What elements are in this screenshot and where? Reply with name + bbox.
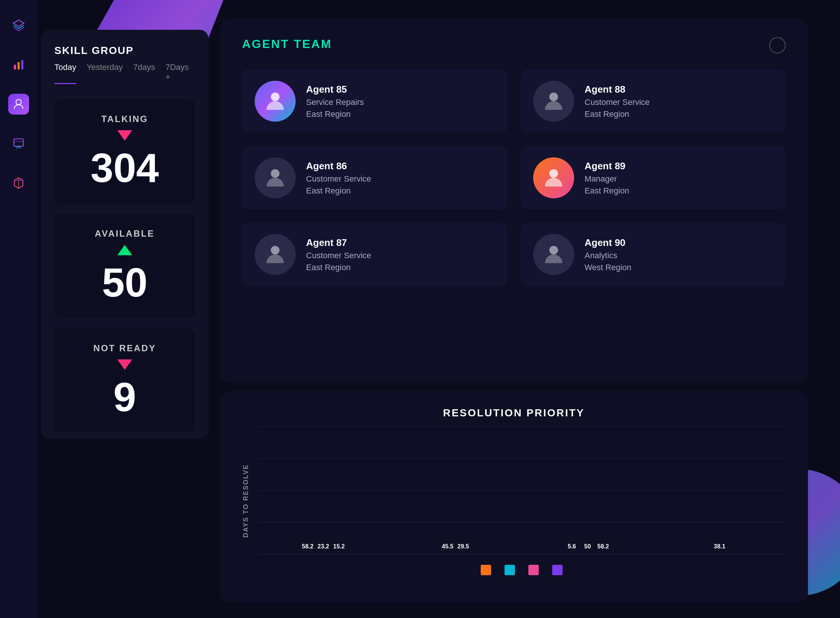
svg-point-10 [271,169,279,178]
legend-cyan [505,565,515,575]
agent-panel-options-button[interactable] [769,37,786,53]
agent-90-avatar [533,234,574,275]
chart-gridlines [257,426,786,554]
available-value: 50 [68,262,182,303]
bar-g3-pink-label: 50 [584,543,591,550]
agent-88-role: Customer Service [585,98,650,107]
agent-86-region: East Region [306,186,371,196]
agents-grid: Agent 85 Service Repairs East Region Age… [242,70,786,286]
bar-g1-orange-label: 15.2 [333,543,345,550]
agent-88-region: East Region [585,109,650,119]
talking-card: TALKING 304 [54,99,195,203]
talking-label: TALKING [68,114,182,124]
resolution-priority-panel: RESOLUTION PRIORITY DAYS TO RESOLVE 58.2 [220,391,808,603]
legend-pink-color [528,565,539,575]
talking-arrow-down [117,130,132,141]
chart-inner: 58.2 23.2 15.2 45.5 29.5 [257,426,786,575]
bar-g2-cyan-label: 29.5 [457,543,469,550]
agent-85-info: Agent 85 Service Repairs East Region [306,84,364,119]
agent-89-info: Agent 89 Manager East Region [585,160,629,196]
agent-87-name: Agent 87 [306,237,371,248]
legend-cyan-color [505,565,515,575]
sidebar-item-bookmark[interactable] [8,133,29,154]
skill-tabs: Today Yesterday 7days 7Days + [54,62,195,84]
agent-85-role: Service Repairs [306,98,364,107]
svg-rect-2 [18,62,20,70]
svg-point-11 [549,169,558,178]
agent-87-avatar [255,234,296,275]
agent-90-role: Analytics [585,251,631,260]
agent-85-name: Agent 85 [306,84,364,95]
agent-85-avatar [255,81,296,122]
not-ready-label: NOT READY [68,343,182,354]
y-axis-label: DAYS TO RESOLVE [242,426,250,575]
svg-rect-5 [14,139,24,146]
agent-90-region: West Region [585,263,631,272]
svg-point-4 [16,100,21,104]
agent-card-90[interactable]: Agent 90 Analytics West Region [521,223,786,286]
agent-87-region: East Region [306,263,371,272]
svg-point-13 [549,246,558,254]
not-ready-value: 9 [68,377,182,417]
tab-yesterday[interactable]: Yesterday [87,62,123,84]
bar-g1-cyan-label: 23.2 [317,543,329,550]
not-ready-arrow-down [117,360,132,370]
agent-86-avatar [255,157,296,198]
agent-86-info: Agent 86 Customer Service East Region [306,160,371,196]
agent-card-85[interactable]: Agent 85 Service Repairs East Region [242,70,507,133]
gridline-1 [257,426,786,427]
sidebar-item-cube[interactable] [8,172,29,193]
tab-7days[interactable]: 7days [133,62,155,84]
sidebar-item-chart[interactable] [8,54,29,75]
svg-point-9 [549,93,558,101]
legend-orange [481,565,491,575]
chart-bars-area: 58.2 23.2 15.2 45.5 29.5 [257,426,786,558]
agent-88-avatar [533,81,574,122]
chart-legend [257,565,786,575]
skill-group-panel: SKILL GROUP Today Yesterday 7days 7Days … [41,30,209,439]
agent-89-role: Manager [585,174,629,184]
agent-86-role: Customer Service [306,174,371,184]
agent-card-87[interactable]: Agent 87 Customer Service East Region [242,223,507,286]
agent-86-name: Agent 86 [306,160,371,172]
tab-today[interactable]: Today [54,62,76,84]
agent-87-role: Customer Service [306,251,371,260]
tab-7days-plus[interactable]: 7Days + [165,62,195,84]
sidebar-item-layers[interactable] [8,15,29,36]
sidebar [0,0,37,618]
bar-g3-cyan-label: 5.6 [568,543,576,550]
agent-90-info: Agent 90 Analytics West Region [585,237,631,272]
bar-g1-purple-label: 58.2 [302,543,314,550]
agent-88-info: Agent 88 Customer Service East Region [585,84,650,119]
legend-pink [528,565,539,575]
agent-card-89[interactable]: Agent 89 Manager East Region [521,146,786,209]
gridline-3 [257,490,786,491]
svg-marker-0 [13,20,24,27]
skill-group-title: SKILL GROUP [54,45,195,56]
available-label: AVAILABLE [68,229,182,239]
agent-card-86[interactable]: Agent 86 Customer Service East Region [242,146,507,209]
available-arrow-up [117,245,132,255]
sidebar-item-monitor[interactable] [8,94,29,114]
bar-g3-orange-label: 58.2 [597,543,609,550]
talking-value: 304 [68,147,182,188]
agent-team-panel: AGENT TEAM Agent 85 Service Repairs East… [220,19,808,383]
svg-rect-3 [21,60,24,70]
svg-point-12 [271,246,279,254]
resolution-title: RESOLUTION PRIORITY [242,407,786,419]
agent-team-title: AGENT TEAM [242,37,786,51]
legend-purple [552,565,563,575]
gridline-4 [257,522,786,522]
bar-g4-purple-label: 38.1 [714,543,725,550]
legend-purple-color [552,565,563,575]
chart-area: DAYS TO RESOLVE 58.2 23.2 [242,426,786,575]
gridline-2 [257,458,786,459]
agent-card-88[interactable]: Agent 88 Customer Service East Region [521,70,786,133]
available-card: AVAILABLE 50 [54,214,195,318]
svg-rect-1 [14,65,16,70]
agent-88-name: Agent 88 [585,84,650,95]
legend-orange-color [481,565,491,575]
bar-g2-purple-label: 45.5 [442,543,454,550]
agent-87-info: Agent 87 Customer Service East Region [306,237,371,272]
not-ready-card: NOT READY 9 [54,328,195,432]
